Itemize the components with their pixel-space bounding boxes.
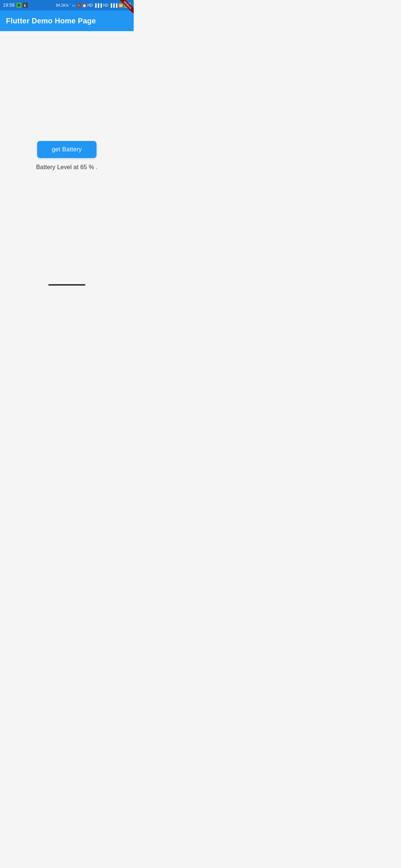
- mute-icon: 🔕: [76, 3, 81, 7]
- status-app-icons: ✿ 🐧: [16, 3, 28, 8]
- app-icon-green: ✿: [16, 3, 22, 8]
- bottom-bar: [0, 280, 134, 289]
- signal-bars-1: ▐▐▐: [94, 3, 102, 7]
- status-bar-right: 84.1K/s ʿ︎ ▭ 🔕 ⏰ HD ▐▐▐ HD ▐▐▐ 📶 65: [56, 3, 131, 8]
- hd-label-2: HD: [103, 3, 108, 7]
- app-bar: Flutter Demo Home Page: [0, 10, 134, 31]
- battery-level-text: Battery Level at 65 % .: [36, 164, 98, 171]
- app-bar-title: Flutter Demo Home Page: [6, 17, 96, 25]
- app-icon-penguin: 🐧: [23, 3, 28, 8]
- bluetooth-icon: ʿ︎: [70, 3, 71, 7]
- alarm-icon: ⏰: [82, 3, 87, 7]
- status-bar-left: 19:58 ✿ 🐧: [3, 3, 28, 8]
- signal-bars-2: ▐▐▐: [110, 3, 117, 7]
- status-time: 19:58: [3, 3, 15, 8]
- wifi-icon: 📶: [118, 3, 123, 7]
- hd-label-1: HD: [88, 3, 93, 7]
- status-bar: 19:58 ✿ 🐧 84.1K/s ʿ︎ ▭ 🔕 ⏰ HD ▐▐▐ HD ▐▐▐…: [0, 0, 134, 10]
- main-content: get Battery Battery Level at 65 % .: [0, 31, 134, 280]
- network-speed: 84.1K/s: [56, 3, 69, 7]
- battery-shape-icon: ▭: [72, 3, 75, 7]
- battery-percentage-badge: 65: [124, 3, 131, 8]
- get-battery-button[interactable]: get Battery: [37, 141, 97, 158]
- home-indicator: [48, 284, 85, 286]
